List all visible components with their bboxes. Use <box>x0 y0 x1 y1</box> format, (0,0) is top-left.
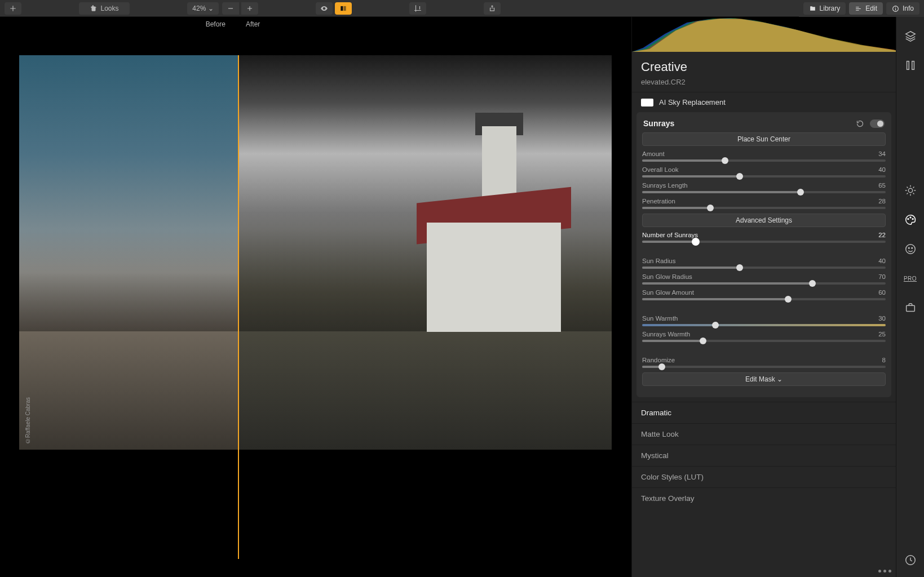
svg-rect-1 <box>344 6 346 10</box>
filename: elevated.CR2 <box>632 78 896 92</box>
share-button[interactable] <box>484 2 501 15</box>
tool-toggle[interactable] <box>870 119 885 128</box>
svg-rect-13 <box>906 305 914 311</box>
tool-sunrays: Sunrays Place Sun Center Amount34 Overal… <box>636 112 891 397</box>
tab-library[interactable]: Library <box>803 2 846 15</box>
slider-sun-warmth[interactable]: Sun Warmth30 <box>642 315 886 326</box>
place-sun-center-button[interactable]: Place Sun Center <box>642 132 886 146</box>
edit-panel: Creative elevated.CR2 AI Sky Replacement… <box>631 17 896 577</box>
looks-label: Looks <box>100 5 118 12</box>
canvas[interactable]: ©Raffaele Cabras <box>19 55 612 450</box>
svg-rect-5 <box>912 61 914 70</box>
svg-point-8 <box>910 217 911 218</box>
svg-rect-0 <box>341 6 343 10</box>
slider-amount[interactable]: Amount34 <box>642 150 886 162</box>
before-after-divider[interactable] <box>238 55 239 559</box>
reset-icon[interactable] <box>856 119 864 128</box>
svg-rect-4 <box>907 61 909 70</box>
pro-badge[interactable]: PRO <box>901 269 919 287</box>
sky-swatch <box>641 99 653 106</box>
svg-point-11 <box>908 247 909 248</box>
overflow-menu-icon[interactable] <box>878 570 891 572</box>
edit-mask-button[interactable]: Edit Mask ⌄ <box>642 372 886 386</box>
before-label: Before <box>0 20 236 28</box>
columns-icon[interactable] <box>901 56 919 74</box>
filter-mystical[interactable]: Mystical <box>632 445 896 466</box>
slider-penetration[interactable]: Penetration28 <box>642 198 886 209</box>
history-icon[interactable] <box>901 551 919 569</box>
slider-sunrays-length[interactable]: Sunrays Length65 <box>642 182 886 193</box>
svg-point-12 <box>911 247 912 248</box>
svg-point-6 <box>908 188 912 192</box>
tab-edit[interactable]: Edit <box>849 2 883 15</box>
filter-color-styles[interactable]: Color Styles (LUT) <box>632 466 896 487</box>
layers-icon[interactable] <box>901 27 919 45</box>
histogram[interactable] <box>632 17 896 52</box>
looks-button[interactable]: Looks <box>79 2 130 15</box>
svg-point-9 <box>912 219 913 220</box>
zoom-in-button[interactable] <box>241 2 258 15</box>
slider-sun-radius[interactable]: Sun Radius40 <box>642 258 886 269</box>
section-title: Creative <box>632 52 896 78</box>
filter-texture-overlay[interactable]: Texture Overlay <box>632 487 896 509</box>
slider-sun-glow-radius[interactable]: Sun Glow Radius70 <box>642 273 886 285</box>
mode-tabs: Library Edit Info <box>799 0 924 17</box>
palette-icon[interactable] <box>901 211 919 229</box>
svg-point-10 <box>905 245 915 254</box>
tool-title: Sunrays <box>643 119 674 128</box>
svg-point-7 <box>907 219 908 220</box>
advanced-settings-button[interactable]: Advanced Settings <box>642 214 886 227</box>
tab-info[interactable]: Info <box>886 2 919 15</box>
filter-matte-look[interactable]: Matte Look <box>632 423 896 445</box>
slider-sunrays-warmth[interactable]: Sunrays Warmth25 <box>642 331 886 342</box>
slider-overall-look[interactable]: Overall Look40 <box>642 166 886 177</box>
briefcase-icon[interactable] <box>901 299 919 317</box>
crop-button[interactable] <box>409 2 426 15</box>
image-viewport: Before After ©Raffaele Cabras <box>0 17 631 577</box>
slider-number-of-sunrays[interactable]: Number of Sunrays22 <box>642 232 886 243</box>
category-strip: PRO <box>896 17 924 577</box>
filters-list: Dramatic Matte Look Mystical Color Style… <box>632 402 896 509</box>
sun-icon[interactable] <box>901 181 919 199</box>
top-toolbar: Looks 42% ⌄ <box>0 0 924 17</box>
zoom-level[interactable]: 42% ⌄ <box>187 2 219 15</box>
preview-button[interactable] <box>316 2 333 15</box>
filter-ai-sky-replacement[interactable]: AI Sky Replacement <box>632 92 896 112</box>
slider-randomize[interactable]: Randomize8 <box>642 357 886 368</box>
zoom-out-button[interactable] <box>222 2 239 15</box>
filter-dramatic[interactable]: Dramatic <box>632 402 896 423</box>
image-credit: ©Raffaele Cabras <box>25 397 31 444</box>
after-label: After <box>236 20 260 28</box>
face-icon[interactable] <box>901 240 919 258</box>
add-button[interactable] <box>5 2 21 15</box>
slider-sun-glow-amount[interactable]: Sun Glow Amount60 <box>642 289 886 300</box>
before-after-button[interactable] <box>335 2 352 15</box>
